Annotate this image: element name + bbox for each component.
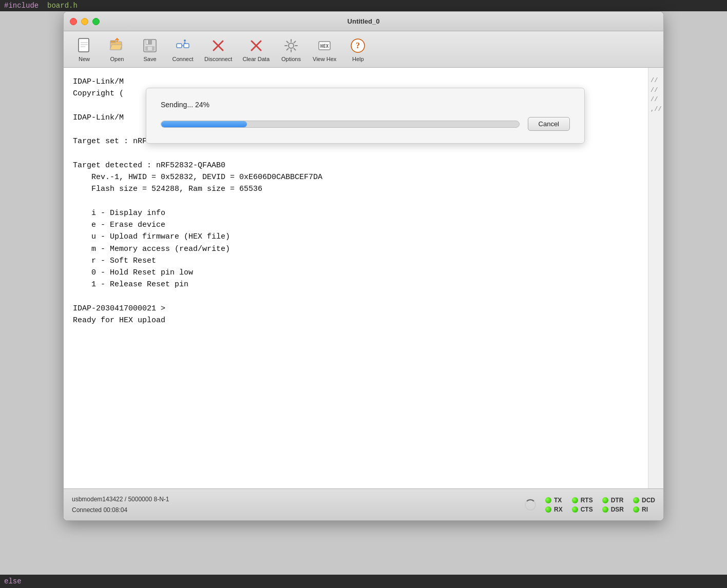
rx-led	[545, 506, 551, 513]
save-label: Save	[143, 56, 156, 62]
help-icon: ?	[349, 36, 367, 55]
cleardata-button[interactable]: Clear Data	[238, 34, 274, 64]
minimize-button[interactable]	[81, 18, 88, 25]
cts-label: CTS	[581, 506, 593, 513]
dsr-label: DSR	[611, 506, 624, 513]
status-info: usbmodem143422 / 5000000 8-N-1 Connected…	[72, 494, 525, 515]
dsr-led	[602, 506, 608, 513]
progress-title: Sending... 24%	[161, 101, 570, 109]
svg-rect-11	[177, 44, 182, 48]
bottom-code-strip: else	[0, 575, 727, 588]
progress-bar-background	[161, 121, 520, 128]
new-icon	[75, 36, 93, 55]
svg-rect-12	[184, 44, 189, 48]
close-button[interactable]	[70, 18, 77, 25]
svg-line-27	[294, 42, 296, 43]
svg-text:?: ?	[356, 41, 360, 50]
svg-line-28	[287, 49, 289, 50]
disconnect-label: Disconnect	[204, 56, 232, 62]
connect-icon	[174, 36, 192, 55]
right-gutter: // // // ,//	[648, 68, 663, 488]
progress-bar-fill	[161, 121, 247, 127]
rx-indicator: RX	[545, 506, 563, 513]
connect-button[interactable]: Connect	[167, 34, 198, 64]
viewhex-label: View Hex	[313, 56, 336, 62]
ri-label: RI	[642, 506, 648, 513]
port-info: usbmodem143422 / 5000000 8-N-1	[72, 494, 525, 504]
svg-rect-0	[79, 38, 89, 52]
help-button[interactable]: ? Help	[342, 34, 373, 64]
options-label: Options	[281, 56, 301, 62]
progress-dialog: Sending... 24% Cancel	[146, 88, 585, 144]
connection-time: Connected 00:08:04	[72, 505, 525, 515]
traffic-lights	[70, 18, 100, 25]
rtscts-group: RTS CTS	[572, 497, 593, 513]
dtr-indicator: DTR	[602, 497, 624, 504]
new-button[interactable]: New	[69, 34, 100, 64]
new-label: New	[79, 56, 90, 62]
window-title: Untitled_0	[348, 17, 380, 25]
cts-led	[572, 506, 578, 513]
dtrdsr-group: DTR DSR	[602, 497, 624, 513]
rts-label: RTS	[581, 497, 593, 504]
rx-label: RX	[554, 506, 563, 513]
maximize-button[interactable]	[92, 18, 100, 25]
dcd-indicator: DCD	[633, 497, 655, 504]
toolbar: New Open	[64, 31, 663, 68]
cancel-button[interactable]: Cancel	[528, 117, 570, 131]
status-indicators: TX RX RTS CTS	[525, 497, 655, 513]
options-icon	[282, 36, 300, 55]
save-icon	[141, 36, 159, 55]
dcd-led	[633, 497, 639, 503]
dcd-label: DCD	[642, 497, 655, 504]
txrx-group: TX RX	[545, 497, 563, 513]
status-bar: usbmodem143422 / 5000000 8-N-1 Connected…	[64, 488, 663, 520]
rts-indicator: RTS	[572, 497, 593, 504]
svg-point-15	[184, 40, 186, 42]
svg-line-25	[287, 42, 289, 43]
disconnect-button[interactable]: Disconnect	[200, 34, 236, 64]
disconnect-icon	[209, 36, 227, 55]
ri-led	[633, 506, 639, 513]
svg-rect-5	[110, 41, 116, 43]
dcdri-group: DCD RI	[633, 497, 655, 513]
svg-rect-10	[148, 47, 152, 50]
connect-label: Connect	[173, 56, 194, 62]
viewhex-icon: HEX	[315, 36, 334, 55]
viewhex-button[interactable]: HEX View Hex	[309, 34, 340, 64]
tx-indicator: TX	[545, 497, 563, 504]
app-window: Untitled_0 New	[63, 11, 664, 521]
top-code-strip: #include board.h	[0, 0, 727, 11]
open-icon	[108, 36, 126, 55]
open-button[interactable]: Open	[102, 34, 132, 64]
dsr-indicator: DSR	[602, 506, 624, 513]
save-button[interactable]: Save	[135, 34, 165, 64]
title-bar: Untitled_0	[64, 12, 663, 31]
options-button[interactable]: Options	[276, 34, 307, 64]
svg-point-20	[289, 43, 294, 48]
svg-line-26	[294, 49, 296, 50]
cleardata-label: Clear Data	[242, 56, 270, 62]
tx-led	[545, 497, 551, 503]
dtr-label: DTR	[611, 497, 624, 504]
open-label: Open	[110, 56, 124, 62]
help-label: Help	[352, 56, 364, 62]
activity-spinner	[525, 499, 536, 511]
cleardata-icon	[247, 36, 265, 55]
rts-led	[572, 497, 578, 503]
tx-label: TX	[554, 497, 562, 504]
svg-text:HEX: HEX	[320, 44, 329, 49]
cts-indicator: CTS	[572, 506, 593, 513]
dtr-led	[602, 497, 608, 503]
svg-rect-8	[146, 40, 148, 44]
ri-indicator: RI	[633, 506, 655, 513]
